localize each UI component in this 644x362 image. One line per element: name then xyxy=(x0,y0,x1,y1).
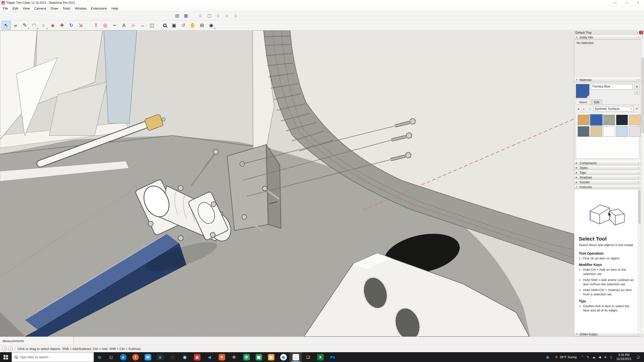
steam-icon[interactable]: ◉ xyxy=(179,352,191,362)
section-header[interactable]: ▶ Scenes × xyxy=(574,180,641,185)
right-view-button[interactable]: ⌂ xyxy=(223,12,231,19)
orange-app-icon[interactable]: ✶ xyxy=(216,352,228,362)
action-center-button[interactable]: ❏ xyxy=(634,355,642,359)
material-swatch[interactable] xyxy=(578,126,589,137)
battery-icon[interactable]: ▯ xyxy=(608,355,614,359)
menu-item[interactable]: Help xyxy=(109,6,120,11)
section-close-icon[interactable]: × xyxy=(638,171,639,174)
section-close-icon[interactable]: × xyxy=(638,181,639,184)
material-swatch[interactable] xyxy=(629,126,641,137)
layers-panel-button[interactable]: ▦ xyxy=(182,12,190,19)
section-close-icon[interactable]: × xyxy=(638,186,639,188)
line-tool-button[interactable]: ✎ ▾ xyxy=(20,21,29,30)
section-plane-tool-button[interactable]: ◫ xyxy=(147,21,156,30)
dimension-tool-button[interactable]: ↔ xyxy=(138,21,147,30)
measurements-box[interactable]: Measurements xyxy=(0,337,73,345)
menu-item[interactable]: Tools xyxy=(60,6,72,11)
task-view-button[interactable]: ◱ xyxy=(105,352,117,362)
tab-edit[interactable]: Edit xyxy=(591,100,602,105)
maximize-button[interactable]: □ xyxy=(621,0,632,6)
back-button[interactable]: ◂ xyxy=(576,107,581,111)
section-header-materials[interactable]: ▼ Materials × xyxy=(574,77,641,82)
material-swatch[interactable] xyxy=(616,126,628,137)
paint-bucket-tool-button[interactable]: ◈ xyxy=(48,21,57,30)
text-tool-button[interactable]: A xyxy=(119,21,129,30)
minimize-button[interactable]: — xyxy=(609,0,621,6)
material-swatch[interactable] xyxy=(603,126,615,137)
hidden-icons-chevron[interactable]: ⌃ xyxy=(579,355,585,359)
eraser-tool-button[interactable]: ▰ xyxy=(11,21,20,30)
viewport-3d[interactable] xyxy=(0,30,574,337)
section-close-icon[interactable]: × xyxy=(638,78,639,81)
tray-app-icon[interactable]: ◉ xyxy=(543,355,552,359)
section-header-soften-edges[interactable]: ▼ Soften Edges × xyxy=(574,332,641,337)
chrome-icon[interactable]: ◉ xyxy=(277,352,290,362)
shape-tool-button[interactable]: ○ ▾ xyxy=(39,21,48,30)
excel-icon[interactable]: X xyxy=(314,352,327,362)
section-header[interactable]: ▶ Shadows × xyxy=(574,175,641,180)
section-close-icon[interactable]: × xyxy=(638,162,639,164)
cortana-button[interactable]: ◍ xyxy=(94,352,105,362)
photoshop-icon[interactable]: Ps xyxy=(327,352,339,362)
tape-measure-tool-button[interactable]: ┅ xyxy=(110,21,119,30)
windows-ink-icon[interactable]: ✎ xyxy=(585,355,591,359)
menu-item[interactable]: File xyxy=(1,6,10,11)
front-view-button[interactable]: ⌂ xyxy=(214,12,222,19)
create-material-button[interactable]: ⊞ xyxy=(634,84,639,89)
orbit-tool-button[interactable]: ↺ xyxy=(179,21,188,30)
section-header[interactable]: ▶ Components × xyxy=(574,161,641,165)
weather-widget[interactable]: ☀ 39°F Sunny xyxy=(552,355,579,359)
onedrive-icon[interactable]: ☁ xyxy=(591,355,597,359)
tray-scrollbar[interactable]: ▲ ▼ xyxy=(641,35,644,337)
taskbar-clock[interactable]: 3:28 PM 12/19/2021 xyxy=(614,353,634,361)
push-pull-tool-button[interactable]: ⇧ xyxy=(91,21,101,30)
amber-app-icon[interactable]: ▥ xyxy=(265,352,277,362)
amazon-music-icon[interactable]: a xyxy=(154,352,166,362)
mail-icon[interactable]: ✉ xyxy=(142,352,154,362)
move-tool-button[interactable]: ✚ xyxy=(57,21,67,30)
zoom-extents-tool-button[interactable]: ⊞ xyxy=(197,21,207,30)
material-swatch[interactable] xyxy=(590,126,602,137)
material-name-input[interactable]: Formica Blue xyxy=(591,84,633,89)
taskbar-search-input[interactable]: Type here to search xyxy=(12,352,94,362)
menu-item[interactable]: Draw xyxy=(48,6,60,11)
sketchup-icon[interactable]: ⌂ xyxy=(290,352,302,362)
camera-tool-button[interactable]: ◉ ▾ xyxy=(207,21,216,30)
arc-tool-button[interactable]: ◠ ▾ xyxy=(29,21,39,30)
scroll-up-icon[interactable]: ▲ xyxy=(641,35,644,38)
material-swatch[interactable] xyxy=(629,115,641,125)
tray-close-icon[interactable]: × xyxy=(639,31,643,34)
file-explorer-icon[interactable]: ❏ xyxy=(302,352,314,362)
sheets-icon[interactable]: ▦ xyxy=(253,352,265,362)
menu-item[interactable]: Edit xyxy=(10,6,20,11)
forward-button[interactable]: ▸ xyxy=(582,107,586,111)
scale-tool-button[interactable]: ⇲ xyxy=(76,21,85,30)
section-header[interactable]: ▶ Styles × xyxy=(574,165,641,170)
tray-title-bar[interactable]: Default Tray ▪ × xyxy=(574,30,644,35)
volume-icon[interactable]: ◀ xyxy=(597,355,602,359)
menu-item[interactable]: Window xyxy=(72,6,89,11)
section-close-icon[interactable]: × xyxy=(638,176,639,179)
zoom-window-tool-button[interactable]: ▣ xyxy=(169,21,179,30)
back-view-button[interactable]: ⌂ xyxy=(232,12,240,19)
offset-tool-button[interactable]: ◎ xyxy=(101,21,110,30)
green-app-icon[interactable]: ✚ xyxy=(240,352,253,362)
collection-dropdown[interactable]: Synthetic Surfaces ▾ xyxy=(593,106,633,111)
top-view-button[interactable]: ▢ xyxy=(205,12,213,19)
display-secondary-pane-button[interactable]: ◫ xyxy=(634,90,639,95)
geolocation-status-icon[interactable]: ◔ xyxy=(2,346,7,351)
menu-item[interactable]: Camera xyxy=(32,6,48,11)
material-swatch[interactable] xyxy=(590,115,602,125)
select-tool-button[interactable]: ↖ xyxy=(2,21,11,30)
rotate-tool-button[interactable]: ↻ xyxy=(67,21,76,30)
network-icon[interactable]: ≋ xyxy=(602,355,608,359)
instructor-scrollbar[interactable] xyxy=(638,189,641,332)
section-close-icon[interactable]: × xyxy=(638,166,639,169)
scroll-thumb[interactable] xyxy=(641,58,643,133)
in-model-button[interactable]: ⌂ xyxy=(587,107,592,111)
iso-view-button[interactable]: ⌂ xyxy=(196,12,205,19)
close-button[interactable]: × xyxy=(632,0,644,6)
tab-select[interactable]: Select xyxy=(576,100,590,105)
firefox-icon[interactable]: f xyxy=(129,352,142,362)
dots-app-icon[interactable]: ∷ xyxy=(166,352,179,362)
